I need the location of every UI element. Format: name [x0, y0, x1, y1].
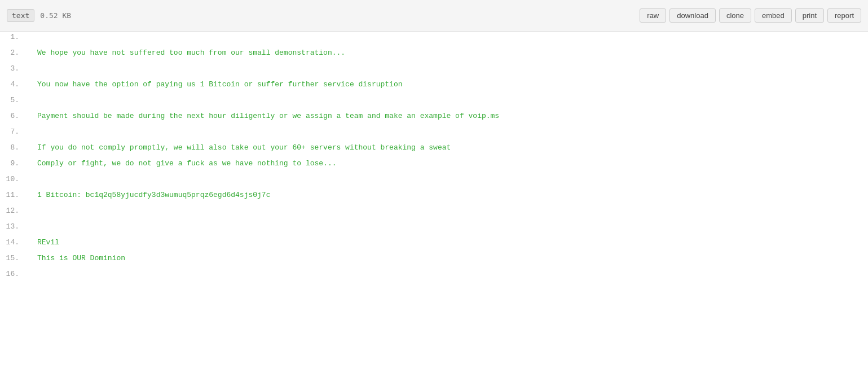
- table-row: 15.This is OUR Dominion: [0, 253, 868, 269]
- table-row: 13.: [0, 221, 868, 237]
- line-number: 1.: [0, 32, 28, 47]
- line-number: 2.: [0, 47, 28, 63]
- line-number: 3.: [0, 63, 28, 79]
- table-row: 6.Payment should be made during the next…: [0, 111, 868, 126]
- toolbar-left: text 0.52 KB: [7, 9, 71, 22]
- line-content: This is OUR Dominion: [28, 253, 868, 269]
- file-size: 0.52 KB: [40, 11, 71, 20]
- table-row: 3.: [0, 63, 868, 79]
- print-button[interactable]: print: [795, 8, 824, 23]
- table-row: 1.: [0, 32, 868, 47]
- table-row: 5.: [0, 95, 868, 111]
- line-number: 16.: [0, 269, 28, 284]
- line-content: You now have the option of paying us 1 B…: [28, 79, 868, 95]
- line-content: [28, 32, 868, 47]
- report-button[interactable]: report: [827, 8, 861, 23]
- table-row: 4.You now have the option of paying us 1…: [0, 79, 868, 95]
- table-row: 14.REvil: [0, 237, 868, 253]
- toolbar: text 0.52 KB rawdownloadcloneembedprintr…: [0, 0, 868, 32]
- line-number: 9.: [0, 158, 28, 174]
- table-row: 9.Comply or fight, we do not give a fuck…: [0, 158, 868, 174]
- line-content: Payment should be made during the next h…: [28, 111, 868, 126]
- line-number: 7.: [0, 126, 28, 142]
- line-number: 10.: [0, 174, 28, 190]
- line-number: 14.: [0, 237, 28, 253]
- table-row: 7.: [0, 126, 868, 142]
- line-content: [28, 205, 868, 221]
- table-row: 10.: [0, 174, 868, 190]
- line-number: 12.: [0, 205, 28, 221]
- line-content: [28, 269, 868, 284]
- line-content: If you do not comply promptly, we will a…: [28, 142, 868, 158]
- embed-button[interactable]: embed: [755, 8, 792, 23]
- line-content: We hope you have not suffered too much f…: [28, 47, 868, 63]
- table-row: 16.: [0, 269, 868, 284]
- line-content: [28, 63, 868, 79]
- line-number: 4.: [0, 79, 28, 95]
- line-content: [28, 174, 868, 190]
- code-table: 1. 2.We hope you have not suffered too m…: [0, 32, 868, 284]
- line-content: 1 Bitcoin: bc1q2q58yjucdfy3d3wumuq5prqz6…: [28, 190, 868, 205]
- table-row: 11.1 Bitcoin: bc1q2q58yjucdfy3d3wumuq5pr…: [0, 190, 868, 205]
- line-number: 13.: [0, 221, 28, 237]
- clone-button[interactable]: clone: [719, 8, 751, 23]
- raw-button[interactable]: raw: [640, 8, 666, 23]
- line-content: [28, 95, 868, 111]
- line-number: 11.: [0, 190, 28, 205]
- code-view: 1. 2.We hope you have not suffered too m…: [0, 32, 868, 284]
- download-button[interactable]: download: [669, 8, 716, 23]
- line-number: 5.: [0, 95, 28, 111]
- line-number: 15.: [0, 253, 28, 269]
- line-content: REvil: [28, 237, 868, 253]
- line-number: 6.: [0, 111, 28, 126]
- table-row: 2.We hope you have not suffered too much…: [0, 47, 868, 63]
- line-content: [28, 126, 868, 142]
- line-number: 8.: [0, 142, 28, 158]
- table-row: 8.If you do not comply promptly, we will…: [0, 142, 868, 158]
- table-row: 12.: [0, 205, 868, 221]
- file-type-badge: text: [7, 9, 34, 22]
- toolbar-right: rawdownloadcloneembedprintreport: [640, 8, 861, 23]
- line-content: Comply or fight, we do not give a fuck a…: [28, 158, 868, 174]
- line-content: [28, 221, 868, 237]
